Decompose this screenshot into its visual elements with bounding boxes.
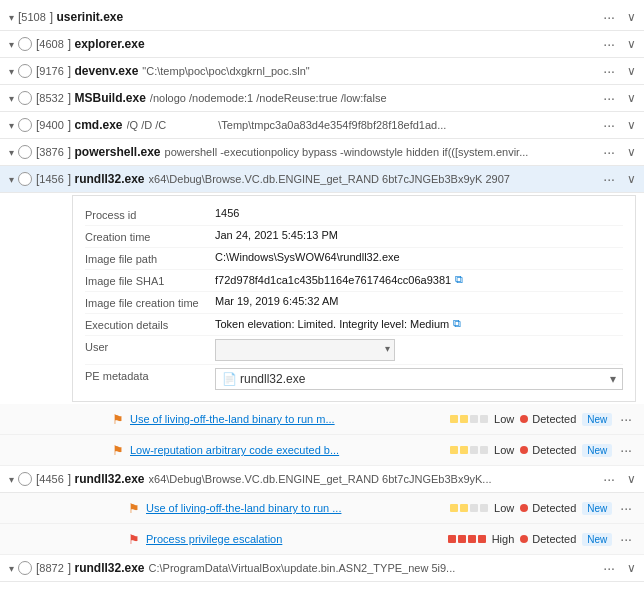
alert-lolbin-1-row[interactable]: ⚑ Use of living-off-the-land binary to r…	[0, 404, 644, 435]
alert-lolbin-2-row[interactable]: ⚑ Use of living-off-the-land binary to r…	[0, 493, 644, 524]
file-icon-pe: 📄	[222, 372, 237, 386]
chevron-btn-powershell[interactable]: ∨	[623, 143, 640, 161]
menu-btn-alert-lolbin-1[interactable]: ···	[616, 409, 636, 429]
node-explorer[interactable]: ▾ [ 4608 ] explorer.exe ··· ∨	[0, 31, 644, 58]
circle-explorer	[18, 37, 32, 51]
label-image-path: Image file path	[85, 251, 215, 265]
chevron-btn-explorer[interactable]: ∨	[623, 35, 640, 53]
badge-new-lolbin-2: New	[582, 502, 612, 515]
label-process-id: Process id	[85, 207, 215, 221]
detail-image-path: Image file path C:\Windows\SysWOW64\rund…	[85, 248, 623, 270]
process-tree: ▾ [ 5108 ] userinit.exe ··· ∨ ▾ [ 4608 ]…	[0, 0, 644, 586]
args-rundll32-last: C:\ProgramData\VirtualBox\update.bin.ASN…	[149, 562, 600, 574]
node-msbuild[interactable]: ▾ [ 8532 ] MSBuild.exe /nologo /nodemode…	[0, 85, 644, 112]
detail-pe-metadata: PE metadata 📄 rundll32.exe	[85, 365, 623, 393]
circle-rundll32-last	[18, 561, 32, 575]
node-devenv[interactable]: ▾ [ 9176 ] devenv.exe "C:\temp\poc\poc\d…	[0, 58, 644, 85]
chevron-btn-cmd[interactable]: ∨	[623, 116, 640, 134]
label-pe-metadata: PE metadata	[85, 368, 215, 382]
severity-bar-c1-4	[480, 504, 488, 512]
severity-bar-h1	[448, 535, 456, 543]
circle-devenv	[18, 64, 32, 78]
detail-execution: Execution details Token elevation: Limit…	[85, 314, 623, 336]
alert-icon-privesc: ⚑	[128, 532, 140, 547]
alert-name-lowrep-1[interactable]: Low-reputation arbitrary code executed b…	[130, 444, 450, 456]
menu-btn-alert-lowrep-1[interactable]: ···	[616, 440, 636, 460]
user-value-box[interactable]	[215, 339, 395, 361]
chevron-btn-devenv[interactable]: ∨	[623, 62, 640, 80]
status-text-lolbin-2: Detected	[532, 502, 576, 514]
severity-bar-4	[480, 415, 488, 423]
expand-icon-cmd: ▾	[4, 118, 18, 132]
alert-name-lolbin-2[interactable]: Use of living-off-the-land binary to run…	[146, 502, 450, 514]
execution-text: Token elevation: Limited. Integrity leve…	[215, 318, 449, 330]
alert-lowrep-1-row[interactable]: ⚑ Low-reputation arbitrary code executed…	[0, 435, 644, 466]
pid-cmd: 9400	[39, 119, 63, 131]
actions-userinit: ··· ∨	[599, 7, 640, 27]
node-userinit[interactable]: ▾ [ 5108 ] userinit.exe ··· ∨	[0, 4, 644, 31]
expand-icon-devenv: ▾	[4, 64, 18, 78]
value-execution: Token elevation: Limited. Integrity leve…	[215, 317, 623, 330]
circle-rundll32-main	[18, 172, 32, 186]
args-powershell: powershell -executionpolicy bypass -wind…	[165, 146, 600, 158]
alert-privesc-row[interactable]: ⚑ Process privilege escalation High Dete…	[0, 524, 644, 555]
node-rundll32-main[interactable]: ▾ [ 1456 ] rundll32.exe x64\Debug\Browse…	[0, 166, 644, 193]
node-rundll32-last[interactable]: ▾ [ 8872 ] rundll32.exe C:\ProgramData\V…	[0, 555, 644, 582]
menu-btn-alert-lolbin-2[interactable]: ···	[616, 498, 636, 518]
chevron-btn-userinit[interactable]: ∨	[623, 8, 640, 26]
status-text-lowrep-1: Detected	[532, 444, 576, 456]
menu-btn-devenv[interactable]: ···	[599, 61, 619, 81]
value-creation-time: Jan 24, 2021 5:45:13 PM	[215, 229, 623, 241]
actions-rundll32-main: ··· ∨	[599, 169, 640, 189]
severity-bar-h2	[458, 535, 466, 543]
menu-btn-msbuild[interactable]: ···	[599, 88, 619, 108]
copy-sha1-icon[interactable]: ⧉	[455, 273, 463, 286]
expand-icon-explorer: ▾	[4, 37, 18, 51]
severity-bar-l2-4	[480, 446, 488, 454]
chevron-btn-rundll32-main[interactable]: ∨	[623, 170, 640, 188]
pid-rundll32-last: 8872	[39, 562, 63, 574]
menu-btn-rundll32-last[interactable]: ···	[599, 558, 619, 578]
alert-name-privesc[interactable]: Process privilege escalation	[146, 533, 448, 545]
detail-panel: Process id 1456 Creation time Jan 24, 20…	[72, 195, 636, 402]
menu-btn-alert-privesc[interactable]: ···	[616, 529, 636, 549]
chevron-btn-msbuild[interactable]: ∨	[623, 89, 640, 107]
detail-image-creation: Image file creation time Mar 19, 2019 6:…	[85, 292, 623, 314]
value-image-creation: Mar 19, 2019 6:45:32 AM	[215, 295, 623, 307]
copy-execution-icon[interactable]: ⧉	[453, 317, 461, 330]
expand-icon-msbuild: ▾	[4, 91, 18, 105]
name-explorer: explorer.exe	[75, 37, 145, 51]
chevron-btn-rundll32-last[interactable]: ∨	[623, 559, 640, 577]
severity-bar-1	[450, 415, 458, 423]
status-dot-lowrep-1	[520, 446, 528, 454]
node-rundll32-child[interactable]: ▾ [ 4456 ] rundll32.exe x64\Debug\Browse…	[0, 466, 644, 493]
status-dot-privesc	[520, 535, 528, 543]
pe-value-row[interactable]: 📄 rundll32.exe	[215, 368, 623, 390]
circle-msbuild	[18, 91, 32, 105]
node-powershell[interactable]: ▾ [ 3876 ] powershell.exe powershell -ex…	[0, 139, 644, 166]
name-msbuild: MSBuild.exe	[75, 91, 146, 105]
detail-process-id: Process id 1456	[85, 204, 623, 226]
menu-btn-powershell[interactable]: ···	[599, 142, 619, 162]
chevron-btn-rundll32-child[interactable]: ∨	[623, 470, 640, 488]
alert-name-lolbin-1[interactable]: Use of living-off-the-land binary to run…	[130, 413, 450, 425]
alert-icon-lolbin-2: ⚑	[128, 501, 140, 516]
actions-explorer: ··· ∨	[599, 34, 640, 54]
name-devenv: devenv.exe	[75, 64, 139, 78]
menu-btn-rundll32-child[interactable]: ···	[599, 469, 619, 489]
status-dot-lolbin-1	[520, 415, 528, 423]
node-cmd[interactable]: ▾ [ 9400 ] cmd.exe /Q /D /C \Temp\tmpc3a…	[0, 112, 644, 139]
pid-explorer: 4608	[39, 38, 63, 50]
menu-btn-userinit[interactable]: ···	[599, 7, 619, 27]
severity-bars-lolbin-2	[450, 504, 488, 512]
menu-btn-cmd[interactable]: ···	[599, 115, 619, 135]
expand-icon-powershell: ▾	[4, 145, 18, 159]
severity-label-lolbin-1: Low	[494, 413, 514, 425]
severity-bar-2	[460, 415, 468, 423]
menu-btn-explorer[interactable]: ···	[599, 34, 619, 54]
severity-bar-c1-2	[460, 504, 468, 512]
menu-btn-rundll32-main[interactable]: ···	[599, 169, 619, 189]
detail-sha1: Image file SHA1 f72d978f4d1ca1c435b1164e…	[85, 270, 623, 292]
badge-new-lolbin-1: New	[582, 413, 612, 426]
circle-rundll32-child	[18, 472, 32, 486]
